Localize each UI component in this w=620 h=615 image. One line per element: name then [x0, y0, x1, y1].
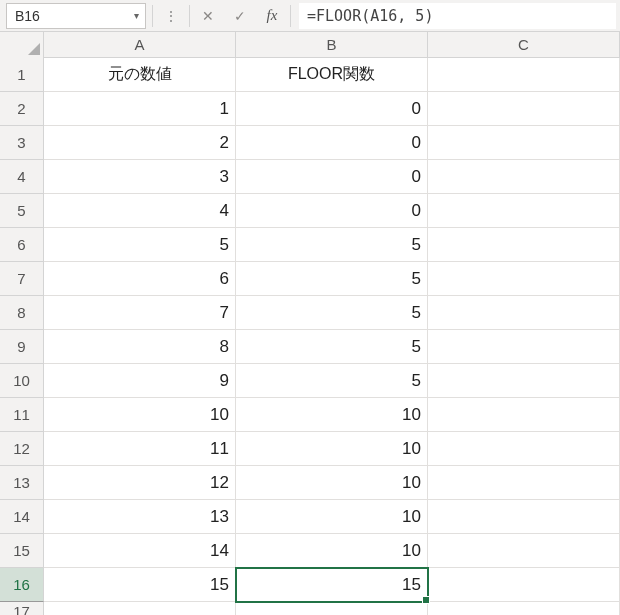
column-header-A[interactable]: A	[44, 32, 236, 57]
name-box-dropdown-icon[interactable]: ▾	[127, 4, 145, 28]
cell-B16[interactable]: 15	[236, 568, 428, 602]
table-row: 6 5 5	[0, 228, 620, 262]
cell-B2[interactable]: 0	[236, 92, 428, 126]
cell-B3[interactable]: 0	[236, 126, 428, 160]
cell-A14[interactable]: 13	[44, 500, 236, 534]
cell-B12[interactable]: 10	[236, 432, 428, 466]
cell-A11[interactable]: 10	[44, 398, 236, 432]
cell-B5[interactable]: 0	[236, 194, 428, 228]
divider	[152, 5, 153, 27]
cell-A4[interactable]: 3	[44, 160, 236, 194]
cell-A15[interactable]: 14	[44, 534, 236, 568]
cell-C6[interactable]	[428, 228, 620, 262]
cell-A12[interactable]: 11	[44, 432, 236, 466]
cell-A6[interactable]: 5	[44, 228, 236, 262]
cell-B4[interactable]: 0	[236, 160, 428, 194]
cell-C15[interactable]	[428, 534, 620, 568]
row-header[interactable]: 3	[0, 126, 44, 160]
row-header[interactable]: 14	[0, 500, 44, 534]
cell-A5[interactable]: 4	[44, 194, 236, 228]
cell-C10[interactable]	[428, 364, 620, 398]
column-headers: A B C	[0, 32, 620, 58]
row-header[interactable]: 17	[0, 602, 44, 615]
table-row: 4 3 0	[0, 160, 620, 194]
row-header[interactable]: 16	[0, 568, 44, 602]
cell-C17[interactable]	[428, 602, 620, 615]
table-row: 16 15 15	[0, 568, 620, 602]
more-options-icon[interactable]: ⋮	[157, 3, 185, 29]
table-row: 2 1 0	[0, 92, 620, 126]
row-header[interactable]: 2	[0, 92, 44, 126]
table-row: 13 12 10	[0, 466, 620, 500]
enter-icon[interactable]: ✓	[226, 3, 254, 29]
row-header[interactable]: 10	[0, 364, 44, 398]
select-all-button[interactable]	[0, 32, 44, 58]
cell-B13[interactable]: 10	[236, 466, 428, 500]
row-header[interactable]: 11	[0, 398, 44, 432]
divider	[290, 5, 291, 27]
cancel-icon[interactable]: ✕	[194, 3, 222, 29]
formula-bar: B16 ▾ ⋮ ✕ ✓ fx =FLOOR(A16, 5)	[0, 0, 620, 32]
table-row: 9 8 5	[0, 330, 620, 364]
table-row: 15 14 10	[0, 534, 620, 568]
cell-B10[interactable]: 5	[236, 364, 428, 398]
cell-B7[interactable]: 5	[236, 262, 428, 296]
row-header[interactable]: 8	[0, 296, 44, 330]
cell-C9[interactable]	[428, 330, 620, 364]
row-header[interactable]: 4	[0, 160, 44, 194]
row-header[interactable]: 7	[0, 262, 44, 296]
cell-C16[interactable]	[428, 568, 620, 602]
cell-C1[interactable]	[428, 58, 620, 92]
cell-B8[interactable]: 5	[236, 296, 428, 330]
cell-C8[interactable]	[428, 296, 620, 330]
cell-C11[interactable]	[428, 398, 620, 432]
cell-A9[interactable]: 8	[44, 330, 236, 364]
cell-B1[interactable]: FLOOR関数	[236, 58, 428, 92]
row-header[interactable]: 1	[0, 58, 44, 92]
table-row: 8 7 5	[0, 296, 620, 330]
row-header[interactable]: 12	[0, 432, 44, 466]
name-box-value: B16	[7, 8, 127, 24]
cell-A8[interactable]: 7	[44, 296, 236, 330]
table-row: 14 13 10	[0, 500, 620, 534]
insert-function-icon[interactable]: fx	[258, 3, 286, 29]
cell-A17[interactable]	[44, 602, 236, 615]
table-row: 11 10 10	[0, 398, 620, 432]
name-box[interactable]: B16 ▾	[6, 3, 146, 29]
table-row: 3 2 0	[0, 126, 620, 160]
cell-C5[interactable]	[428, 194, 620, 228]
cell-A7[interactable]: 6	[44, 262, 236, 296]
cell-A3[interactable]: 2	[44, 126, 236, 160]
row-header[interactable]: 13	[0, 466, 44, 500]
cell-B15[interactable]: 10	[236, 534, 428, 568]
table-row: 7 6 5	[0, 262, 620, 296]
cell-C3[interactable]	[428, 126, 620, 160]
row-header[interactable]: 6	[0, 228, 44, 262]
table-row: 12 11 10	[0, 432, 620, 466]
cell-C14[interactable]	[428, 500, 620, 534]
row-header[interactable]: 9	[0, 330, 44, 364]
cell-A2[interactable]: 1	[44, 92, 236, 126]
cell-C12[interactable]	[428, 432, 620, 466]
cell-C13[interactable]	[428, 466, 620, 500]
cell-A10[interactable]: 9	[44, 364, 236, 398]
cell-A1[interactable]: 元の数値	[44, 58, 236, 92]
column-header-B[interactable]: B	[236, 32, 428, 57]
spreadsheet-grid: A B C 1 元の数値 FLOOR関数 2 1 0 3 2 0 4 3 0 5…	[0, 32, 620, 615]
column-header-C[interactable]: C	[428, 32, 620, 57]
formula-input[interactable]: =FLOOR(A16, 5)	[299, 3, 616, 29]
cell-A13[interactable]: 12	[44, 466, 236, 500]
row-header[interactable]: 5	[0, 194, 44, 228]
cell-B14[interactable]: 10	[236, 500, 428, 534]
cell-B6[interactable]: 5	[236, 228, 428, 262]
row-header[interactable]: 15	[0, 534, 44, 568]
cell-B11[interactable]: 10	[236, 398, 428, 432]
cell-B9[interactable]: 5	[236, 330, 428, 364]
cell-C2[interactable]	[428, 92, 620, 126]
cell-A16[interactable]: 15	[44, 568, 236, 602]
table-row: 17	[0, 602, 620, 615]
cell-B17[interactable]	[236, 602, 428, 615]
cell-C4[interactable]	[428, 160, 620, 194]
table-row: 5 4 0	[0, 194, 620, 228]
cell-C7[interactable]	[428, 262, 620, 296]
